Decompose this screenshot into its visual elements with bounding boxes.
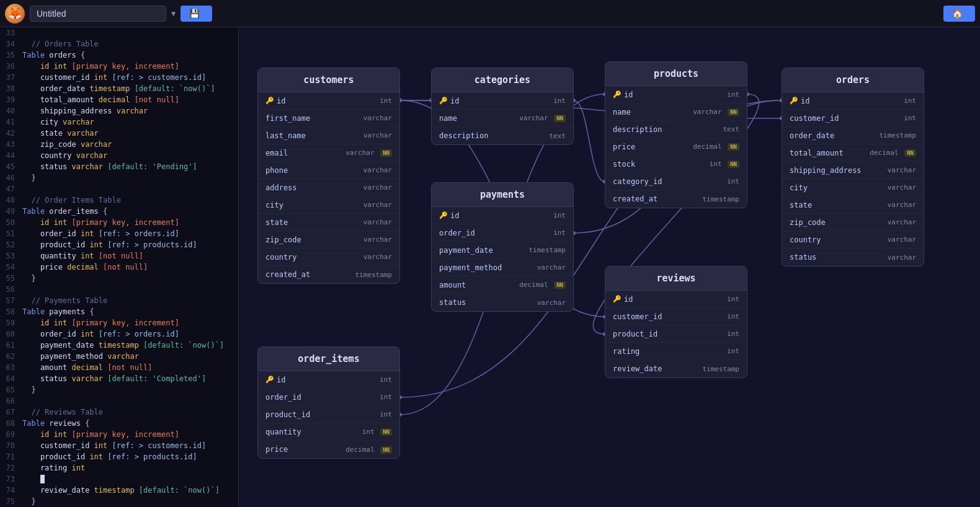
canvas-panel[interactable]: customers🔑idintfirst_namevarcharlast_nam… — [239, 27, 980, 507]
field-name: first_name — [265, 114, 310, 123]
field-name: 🔑id — [613, 90, 633, 99]
table-title: reviews — [605, 267, 747, 291]
table-row: statevarchar — [258, 214, 399, 231]
db-table-orders[interactable]: orders🔑idintcustomer_idintorder_datetime… — [782, 68, 924, 267]
code-line: 36 id int [primary key, increment] — [0, 61, 238, 72]
field-name: 🔑id — [439, 211, 459, 220]
key-icon: 🔑 — [265, 97, 274, 105]
db-table-payments[interactable]: payments🔑idintorder_idintpayment_datetim… — [431, 182, 574, 312]
line-number: 63 — [0, 362, 20, 373]
table-row: 🔑idint — [605, 291, 747, 308]
line-content: // Order Items Table — [20, 195, 121, 206]
field-name: 🔑id — [265, 376, 285, 384]
code-line: 74 review_date timestamp [default: `now(… — [0, 485, 238, 496]
dropdown-arrow-icon[interactable]: ▼ — [171, 9, 176, 18]
line-number: 40 — [0, 105, 20, 117]
line-number: 74 — [0, 485, 20, 496]
code-panel[interactable]: 3334 // Orders Table35Table orders {36 i… — [0, 27, 239, 507]
line-number: 46 — [0, 172, 20, 183]
home-icon: 🏠 — [952, 9, 963, 19]
code-line: 41 city varchar — [0, 117, 238, 128]
badge-nn: NN — [904, 149, 916, 157]
badge-nn: NN — [728, 143, 739, 151]
field-name: customer_id — [613, 312, 662, 321]
field-type: decimal NN — [870, 149, 916, 157]
code-line: 49Table order_items { — [0, 206, 238, 217]
table-row: namevarchar NN — [605, 104, 747, 121]
table-row: pricedecimal NN — [605, 138, 747, 156]
code-line: 71 product_id int [ref: > products.id] — [0, 451, 238, 462]
line-number: 61 — [0, 340, 20, 351]
field-type: varchar NN — [693, 108, 739, 116]
table-row: statusvarchar — [782, 249, 924, 266]
line-content: customer_id int [ref: > customers.id] — [20, 440, 206, 451]
table-row: total_amountdecimal NN — [782, 144, 924, 162]
field-type: int — [380, 376, 392, 384]
code-line: 38 order_date timestamp [default: `now()… — [0, 83, 238, 94]
line-number: 34 — [0, 38, 20, 50]
table-row: first_namevarchar — [258, 110, 399, 127]
app-logo: 🦊 — [5, 4, 25, 24]
login-button[interactable]: 🏠 — [943, 6, 975, 22]
table-row: cityvarchar — [258, 196, 399, 214]
topbar: 🦊 ▼ 💾 🏠 — [0, 0, 980, 27]
code-line: 65 } — [0, 384, 238, 395]
field-type: int NN — [710, 160, 739, 168]
field-type: int — [553, 211, 566, 219]
line-number: 36 — [0, 61, 20, 72]
line-number: 39 — [0, 94, 20, 105]
table-row: 🔑idint — [782, 92, 924, 110]
field-name: name — [613, 108, 631, 117]
field-name: status — [439, 298, 466, 307]
code-line: 43 zip_code varchar — [0, 139, 238, 150]
line-content: quantity int [not null] — [20, 250, 143, 262]
title-input[interactable] — [30, 6, 166, 22]
field-type: int — [380, 393, 392, 401]
code-line: 66 — [0, 395, 238, 407]
table-title: customers — [258, 68, 399, 92]
field-type: int — [727, 312, 739, 320]
field-type: int — [380, 410, 392, 418]
line-number: 42 — [0, 128, 20, 139]
field-name: review_date — [613, 364, 662, 373]
code-line: 64 status varchar [default: 'Completed'] — [0, 373, 238, 384]
code-line: 68Table reviews { — [0, 418, 238, 429]
field-type: varchar — [363, 114, 392, 122]
table-row: payment_datetimestamp — [432, 242, 573, 259]
line-content: // Payments Table — [20, 295, 107, 306]
db-table-order_items[interactable]: order_items🔑idintorder_idintproduct_idin… — [257, 346, 400, 459]
table-row: created_attimestamp — [258, 266, 399, 283]
field-name: amount — [439, 281, 466, 289]
line-number: 45 — [0, 161, 20, 172]
field-type: timestamp — [702, 195, 739, 203]
code-line: 57 // Payments Table — [0, 295, 238, 306]
code-line: 73 — [0, 474, 238, 485]
db-table-reviews[interactable]: reviews🔑idintcustomer_idintproduct_idint… — [605, 266, 747, 378]
line-content: } — [20, 172, 36, 183]
db-table-customers[interactable]: customers🔑idintfirst_namevarcharlast_nam… — [257, 68, 400, 284]
line-number: 75 — [0, 496, 20, 507]
field-type: varchar — [363, 218, 392, 226]
line-content — [20, 395, 22, 407]
line-content: total_amount decimal [not null] — [20, 94, 179, 105]
code-line: 52 product_id int [ref: > products.id] — [0, 239, 238, 250]
db-table-products[interactable]: products🔑idintnamevarchar NNdescriptiont… — [605, 61, 747, 208]
field-name: rating — [613, 347, 639, 356]
table-row: zip_codevarchar — [782, 214, 924, 231]
table-row: shipping_addressvarchar — [782, 162, 924, 179]
field-type: varchar — [537, 299, 566, 307]
field-type: int — [553, 97, 566, 105]
db-table-categories[interactable]: categories🔑idintnamevarchar NNdescriptio… — [431, 68, 574, 145]
field-name: state — [265, 218, 288, 227]
line-content: status varchar [default: 'Pending'] — [20, 161, 197, 172]
code-line: 46 } — [0, 172, 238, 183]
field-type: varchar — [888, 236, 916, 244]
table-row: statusvarchar — [432, 294, 573, 311]
line-content — [20, 474, 45, 485]
save-button[interactable]: 💾 — [180, 6, 212, 22]
line-content: product_id int [ref: > products.id] — [20, 239, 197, 250]
line-number: 49 — [0, 206, 20, 217]
badge-nn: NN — [728, 161, 739, 168]
line-content: shipping_address varchar — [20, 105, 148, 117]
table-row: countryvarchar — [258, 249, 399, 266]
